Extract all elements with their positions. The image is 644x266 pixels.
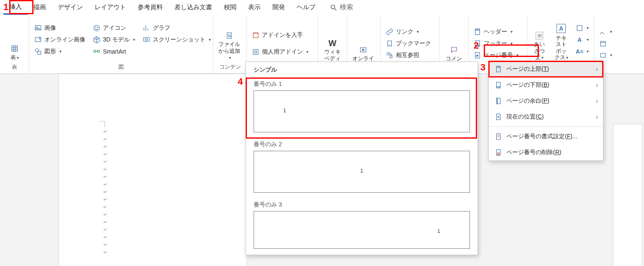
button-object[interactable]: ▾	[598, 51, 614, 60]
button-signature[interactable]: ▾	[598, 27, 614, 36]
svg-point-14	[95, 27, 96, 28]
svg-point-10	[39, 38, 40, 39]
tab-mailings[interactable]: 差し込み文書	[169, 1, 218, 14]
svg-rect-35	[475, 29, 480, 30]
tab-draw[interactable]: 描画	[28, 1, 52, 14]
gallery-item-2[interactable]: 番号のみ 2 1	[246, 138, 477, 199]
button-quickparts[interactable]: ▾	[574, 23, 590, 33]
group-content: ファイルから追加▾ コンテン	[213, 15, 247, 73]
svg-rect-2	[12, 46, 18, 52]
search-box[interactable]: 検索	[326, 1, 357, 13]
button-3d-models[interactable]: 3D モデル▾	[91, 35, 137, 44]
button-page-number[interactable]: #ページ番号▾	[472, 51, 520, 60]
submenu-label: ページの下部(B)	[506, 81, 549, 89]
store-icon	[252, 31, 259, 39]
button-screenshot[interactable]: スクリーンショット▾	[141, 35, 213, 44]
button-shapes[interactable]: 図形▾	[33, 47, 87, 56]
cube-icon	[93, 36, 100, 44]
preview-page-number: 1	[360, 168, 363, 174]
button-link[interactable]: リンク▾	[384, 27, 433, 36]
document-page[interactable]: ↵↵↵↵↵↵↵↵↵↵↵↵↵↵↵↵↵	[59, 74, 247, 266]
svg-text:#: #	[477, 54, 478, 57]
gallery-item-1[interactable]: 番号のみ 1 1	[246, 78, 477, 138]
svg-rect-43	[600, 53, 606, 57]
submenu-page-margins[interactable]: ページの余白(P) ›	[489, 93, 603, 109]
ribbon-tabs: 挿入 描画 デザイン レイアウト 参考資料 差し込み文書 校閲 表示 開発 ヘル…	[0, 0, 644, 15]
group-tables: 表▾ 表	[0, 15, 29, 73]
gallery-item-title: 番号のみ 2	[254, 141, 470, 148]
button-pictures[interactable]: 画像	[33, 23, 87, 33]
table-icon	[11, 45, 18, 52]
page-top-icon	[495, 65, 502, 73]
button-chart[interactable]: グラフ	[141, 23, 213, 33]
group-illustrations: 画像 オンライン画像 図形▾ アイコン 3D モデル▾ SmartArt グラフ…	[29, 15, 213, 73]
button-bookmark[interactable]: ブックマーク	[384, 39, 433, 48]
svg-line-26	[230, 36, 231, 37]
video-icon	[359, 46, 367, 54]
document-page-next[interactable]	[613, 124, 642, 266]
button-wordart[interactable]: A▾	[574, 35, 590, 44]
parts-icon	[576, 24, 583, 32]
tab-references[interactable]: 参考資料	[132, 1, 169, 14]
button-get-addins[interactable]: アドインを入手	[250, 31, 310, 40]
button-textbox[interactable]: A テキストボックス▾	[552, 17, 570, 62]
signature-icon	[599, 28, 607, 36]
preview-page-number: 1	[283, 108, 286, 114]
button-file-from[interactable]: ファイルから追加▾	[217, 17, 242, 62]
button-crossref[interactable]: 相互参照	[384, 51, 433, 60]
chevron-right-icon: ›	[596, 114, 598, 120]
button-my-addins[interactable]: 個人用アドイン▾	[250, 47, 310, 57]
group-label-tables: 表	[3, 62, 26, 72]
button-dropcap[interactable]: A≡▾	[574, 47, 590, 56]
tab-layout[interactable]: レイアウト	[89, 1, 132, 14]
tab-help[interactable]: ヘルプ	[291, 1, 321, 14]
page-bottom-icon	[495, 81, 502, 89]
bookmark-icon	[386, 40, 393, 47]
dropcap-icon: A≡	[576, 48, 583, 55]
shapes-icon	[34, 48, 42, 55]
smartart-icon	[93, 48, 100, 55]
gallery-preview: 1	[254, 151, 470, 193]
button-smartart[interactable]: SmartArt	[91, 47, 137, 56]
addin-icon	[252, 48, 259, 56]
group-label-content: コンテン	[217, 62, 243, 72]
wordart-icon: A	[576, 36, 583, 44]
gallery-section-header: シンプル	[246, 62, 477, 78]
paragraph-marks: ↵↵↵↵↵↵↵↵↵↵↵↵↵↵↵↵↵	[103, 128, 107, 256]
submenu-label: ページ番号の削除(R)	[506, 149, 561, 156]
header-icon	[474, 28, 481, 36]
object-icon	[599, 52, 607, 59]
tab-design[interactable]: デザイン	[52, 1, 89, 14]
gallery-item-3[interactable]: 番号のみ 3 1	[246, 199, 477, 255]
button-greeting[interactable]: 例 あいさつ文▾	[531, 17, 548, 62]
svg-rect-33	[390, 55, 392, 57]
tab-view[interactable]: 表示	[242, 1, 267, 14]
chevron-right-icon: ›	[596, 98, 598, 104]
chart-icon	[143, 24, 150, 32]
svg-rect-22	[144, 37, 149, 41]
submenu-page-bottom[interactable]: ページの下部(B) ›	[489, 77, 603, 93]
icons-icon	[93, 24, 100, 32]
gallery-preview: 1	[254, 211, 470, 249]
submenu-remove-page-number[interactable]: ページ番号の削除(R)	[489, 145, 603, 160]
button-online-pictures[interactable]: オンライン画像	[33, 35, 87, 44]
submenu-format-page-number[interactable]: ページ番号の書式設定(F)...	[489, 129, 603, 145]
svg-point-23	[146, 39, 148, 41]
svg-rect-28	[253, 49, 258, 54]
svg-rect-47	[497, 87, 500, 88]
submenu-current-position[interactable]: 現在の位置(C) ›	[489, 109, 603, 125]
tab-developer[interactable]: 開発	[267, 1, 291, 14]
tab-review[interactable]: 校閲	[218, 1, 242, 14]
submenu-page-top[interactable]: ページの上部(T) ›	[489, 61, 603, 77]
footer-icon	[474, 40, 481, 47]
svg-rect-17	[97, 50, 100, 52]
button-footer[interactable]: フッター▾	[472, 39, 520, 48]
button-icons[interactable]: アイコン	[91, 23, 137, 33]
gallery-preview: 1	[254, 90, 470, 132]
button-table[interactable]: 表▾	[3, 17, 26, 62]
greeting-icon: 例	[536, 32, 543, 39]
button-header[interactable]: ヘッダー▾	[472, 27, 520, 36]
tab-insert[interactable]: 挿入	[3, 0, 28, 15]
button-datetime[interactable]	[598, 39, 614, 48]
submenu-label: ページの上部(T)	[506, 65, 549, 73]
